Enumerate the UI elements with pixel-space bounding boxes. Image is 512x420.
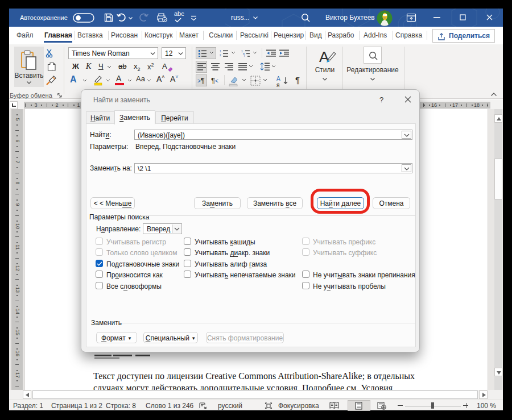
svg-text:2: 2 bbox=[220, 53, 221, 57]
svg-text:А: А bbox=[319, 48, 329, 65]
svg-text:1: 1 bbox=[220, 49, 221, 53]
svg-text:i: i bbox=[244, 54, 245, 57]
